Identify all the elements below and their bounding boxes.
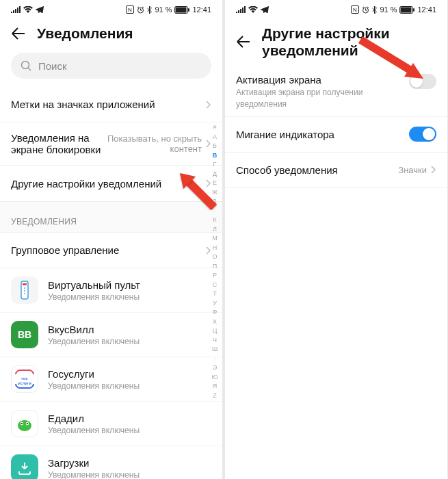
alpha-index-letter[interactable]: Ц [213, 326, 218, 336]
app-icon-edadil [11, 410, 38, 437]
svg-point-6 [22, 62, 29, 69]
alpha-index-letter[interactable]: У [213, 299, 217, 309]
row-notification-method[interactable]: Способ уведомления Значки [225, 153, 447, 188]
alpha-index-letter[interactable]: Н [213, 244, 218, 253]
telegram-icon [261, 6, 269, 13]
svg-point-17 [21, 423, 23, 424]
battery-pct: 91 % [155, 5, 172, 14]
app-row[interactable]: BB ВкусВилл Уведомления включены [0, 313, 222, 357]
alpha-index-letter[interactable]: Ч [213, 336, 217, 346]
row-label: Групповое управление [11, 244, 206, 256]
alpha-index-letter[interactable]: П [213, 262, 217, 272]
svg-text:услуги: услуги [18, 381, 31, 385]
toggle-wake-screen[interactable] [409, 74, 436, 89]
battery-pct: 91 % [380, 5, 397, 14]
svg-rect-5 [188, 8, 189, 12]
back-icon[interactable] [236, 34, 251, 49]
alpha-index[interactable]: #АБВГДЕЖЗ·КЛМНОПРСТУФХЦЧШ·ЭЮЯZ [210, 123, 220, 472]
svg-rect-8 [23, 283, 27, 285]
alpha-index-letter[interactable]: Ф [213, 308, 218, 318]
app-name: Виртуальный пульт [48, 279, 211, 291]
alpha-index-letter[interactable]: К [213, 216, 216, 225]
alpha-index-letter[interactable]: В [213, 151, 218, 161]
alpha-index-letter[interactable]: Ш [212, 345, 218, 354]
row-app-badges[interactable]: Метки на значках приложений [0, 87, 222, 122]
app-status: Уведомления включены [48, 337, 211, 346]
alpha-index-letter[interactable]: С [213, 281, 218, 290]
app-status: Уведомления включены [48, 426, 211, 435]
row-label: Мигание индикатора [236, 129, 409, 140]
alpha-index-letter[interactable]: Х [213, 318, 217, 327]
svg-text:N: N [354, 7, 358, 13]
row-label: Уведомления на экране блокировки [11, 132, 106, 155]
alpha-index-letter[interactable]: Ю [211, 373, 218, 383]
alpha-index-letter[interactable]: М [212, 234, 218, 244]
header: Уведомления [0, 19, 222, 50]
app-row[interactable]: Едадил Уведомления включены [0, 402, 222, 446]
alpha-index-letter[interactable]: Я [213, 382, 218, 391]
alpha-index-letter[interactable]: Z [213, 391, 217, 401]
app-row[interactable]: Виртуальный пульт Уведомления включены [0, 268, 222, 313]
nfc-icon: N [126, 5, 134, 14]
section-header-notifications: УВЕДОМЛЕНИЯ [0, 201, 222, 233]
row-label: Метки на значках приложений [11, 99, 206, 110]
alpha-index-letter[interactable]: З [213, 197, 216, 207]
back-icon[interactable] [11, 26, 26, 41]
alpha-index-letter[interactable]: · [214, 207, 216, 216]
row-label: Способ уведомления [236, 164, 398, 176]
alpha-index-letter[interactable]: Е [213, 179, 217, 188]
row-label: Активация экрана [236, 74, 409, 86]
battery-icon [399, 6, 414, 14]
search-placeholder: Поиск [38, 60, 67, 72]
app-name: Госуслуги [48, 368, 211, 380]
row-led-blink[interactable]: Мигание индикатора [225, 117, 447, 153]
app-status: Уведомления включены [48, 292, 211, 302]
alpha-index-letter[interactable]: А [213, 133, 217, 142]
app-icon-vkusvill: BB [11, 321, 38, 348]
app-row[interactable]: госуслуги Госуслуги Уведомления включены [0, 357, 222, 402]
wifi-icon [23, 6, 33, 13]
search-input[interactable]: Поиск [11, 53, 211, 79]
alpha-index-letter[interactable]: Г [213, 160, 217, 170]
search-icon [21, 60, 31, 71]
app-icon-downloads [11, 454, 38, 479]
status-bar: N 91 % 12:41 [0, 0, 222, 19]
signal-icon [11, 6, 21, 13]
row-lockscreen-notifications[interactable]: Уведомления на экране блокировки Показыв… [0, 122, 222, 166]
alpha-index-letter[interactable]: Л [213, 225, 217, 235]
row-wake-screen[interactable]: Активация экрана Активация экрана при по… [225, 67, 447, 116]
row-group-management[interactable]: Групповое управление [0, 233, 222, 268]
alpha-index-letter[interactable]: Ж [212, 188, 218, 198]
alpha-index-letter[interactable]: Э [213, 363, 217, 373]
alpha-index-letter[interactable]: Р [213, 271, 217, 281]
row-value: Показывать, но скрыть контент [106, 133, 202, 154]
page-title: Уведомления [37, 25, 133, 42]
alpha-index-letter[interactable]: # [213, 123, 216, 133]
nfc-icon: N [351, 5, 359, 14]
clock: 12:41 [417, 5, 436, 14]
svg-point-10 [24, 290, 25, 292]
clock: 12:41 [192, 5, 211, 14]
app-name: Едадил [48, 413, 211, 424]
alpha-index-letter[interactable]: Д [213, 170, 217, 179]
svg-text:гос: гос [21, 376, 28, 380]
alarm-icon [362, 6, 369, 14]
svg-text:N: N [129, 7, 133, 13]
row-more-notification-settings[interactable]: Другие настройки уведомлений [0, 166, 222, 201]
alpha-index-letter[interactable]: О [212, 253, 217, 262]
svg-rect-4 [176, 7, 187, 12]
app-icon-gosuslugi: госуслуги [11, 365, 38, 393]
row-value: Значки [398, 165, 427, 175]
page-title: Другие настройки уведомлений [262, 25, 412, 59]
app-name: ВкусВилл [48, 324, 211, 335]
toggle-led-blink[interactable] [409, 127, 436, 142]
bluetooth-icon [372, 6, 377, 14]
bluetooth-icon [147, 6, 152, 14]
alpha-index-letter[interactable]: Т [213, 289, 217, 299]
app-status: Уведомления включены [48, 381, 211, 391]
row-label: Другие настройки уведомлений [11, 178, 206, 190]
signal-icon [236, 6, 246, 13]
app-row[interactable]: Загрузки Уведомления включены [0, 446, 222, 479]
alpha-index-letter[interactable]: Б [213, 142, 217, 151]
alpha-index-letter[interactable]: · [214, 354, 216, 364]
